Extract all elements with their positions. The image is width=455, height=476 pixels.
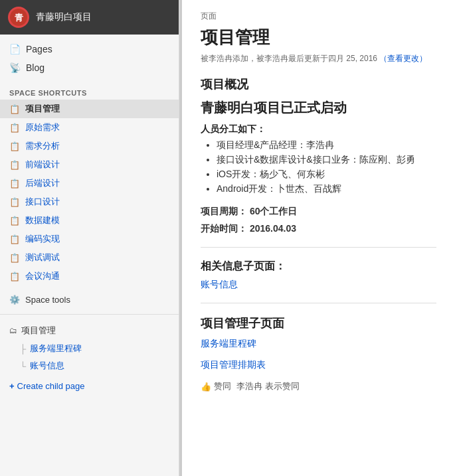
sidebar-item-blog[interactable]: 📡 Blog xyxy=(0,58,179,77)
subpage-link-0[interactable]: 服务端里程碑 xyxy=(201,338,436,350)
blog-icon: 📡 xyxy=(9,62,21,73)
subpage-section: 项目管理子页面 服务端里程碑 项目管理排期表 xyxy=(201,315,436,371)
tree-child-1[interactable]: └ 账号信息 xyxy=(0,357,179,374)
project-period: 项目周期： 60个工作日 xyxy=(201,206,436,218)
shortcut-item-6[interactable]: 📋 数据建模 xyxy=(0,211,179,230)
team-list: 项目经理&产品经理：李浩冉 接口设计&数据库设计&接口业务：陈应刚、彭勇 iOS… xyxy=(201,139,436,195)
like-button[interactable]: 👍 赞同 xyxy=(201,380,231,392)
doc-icon-0: 📋 xyxy=(9,104,20,114)
shortcut-label-9: 会议沟通 xyxy=(25,270,60,282)
shortcut-label-3: 前端设计 xyxy=(25,159,60,171)
main-content: 页面 项目管理 被李浩冉添加，被李浩冉最后更新于四月 25, 2016 （查看更… xyxy=(182,0,455,476)
sidebar-divider xyxy=(0,314,179,315)
shortcut-item-2[interactable]: 📋 需求分析 xyxy=(0,137,179,155)
start-time-label: 开始时间： xyxy=(201,223,247,234)
tree-child-label-0: 服务端里程碑 xyxy=(30,343,82,355)
content-divider-2 xyxy=(201,303,436,303)
shortcut-label-7: 编码实现 xyxy=(25,233,60,245)
like-user: 李浩冉 表示赞同 xyxy=(236,380,300,392)
create-child-page-button[interactable]: + Create child page xyxy=(0,377,179,395)
doc-icon-8: 📋 xyxy=(9,253,20,263)
like-bar: 👍 赞同 李浩冉 表示赞同 xyxy=(201,380,436,392)
doc-icon-2: 📋 xyxy=(9,141,20,151)
content-divider-1 xyxy=(201,247,436,248)
team-member-2: iOS开发：杨少飞、何东彬 xyxy=(217,169,436,181)
overview-heading: 项目概况 xyxy=(201,76,436,92)
view-changes-link[interactable]: （查看更改） xyxy=(379,54,427,63)
shortcuts-section-label: SPACE SHORTCUTS xyxy=(0,82,179,100)
doc-icon-3: 📋 xyxy=(9,160,20,170)
shortcut-label-1: 原始需求 xyxy=(25,121,60,133)
shortcut-label-0: 项目管理 xyxy=(25,103,60,115)
pages-label: Pages xyxy=(26,44,52,54)
team-member-0: 项目经理&产品经理：李浩冉 xyxy=(217,139,436,151)
doc-icon-7: 📋 xyxy=(9,234,20,244)
space-logo: 青 xyxy=(8,7,29,28)
space-name: 青藤明白项目 xyxy=(36,11,92,23)
tree-root-label: 项目管理 xyxy=(21,325,56,337)
related-link[interactable]: 账号信息 xyxy=(201,279,238,289)
tree-line-0: ├ xyxy=(20,344,26,354)
project-started-heading: 青藤明白项目已正式启动 xyxy=(201,99,436,117)
space-tools-item[interactable]: ⚙️ Space tools xyxy=(0,289,179,310)
subpage-link-1[interactable]: 项目管理排期表 xyxy=(201,359,436,371)
plus-icon: + xyxy=(9,381,15,391)
tree-root-icon: 🗂 xyxy=(9,326,17,335)
team-member-1: 接口设计&数据库设计&接口业务：陈应刚、彭勇 xyxy=(217,154,436,166)
related-info-title: 相关信息子页面： xyxy=(201,260,436,274)
project-period-value: 60个工作日 xyxy=(250,206,298,216)
shortcut-item-9[interactable]: 📋 会议沟通 xyxy=(0,267,179,285)
doc-icon-1: 📋 xyxy=(9,123,20,133)
svg-text:青: 青 xyxy=(15,13,24,23)
like-label: 赞同 xyxy=(214,380,231,392)
tree-line-1: └ xyxy=(20,361,26,371)
resize-handle[interactable] xyxy=(179,0,182,476)
tree-child-0[interactable]: ├ 服务端里程碑 xyxy=(0,340,179,357)
tree-root-item[interactable]: 🗂 项目管理 xyxy=(0,321,179,340)
shortcut-item-7[interactable]: 📋 编码实现 xyxy=(0,230,179,248)
create-child-label: Create child page xyxy=(17,381,85,391)
doc-icon-5: 📋 xyxy=(9,197,20,207)
team-member-3: Android开发：卜世杰、百战辉 xyxy=(217,183,436,195)
doc-icon-4: 📋 xyxy=(9,179,20,189)
gear-icon: ⚙️ xyxy=(9,295,20,305)
breadcrumb: 页面 xyxy=(201,11,436,22)
blog-label: Blog xyxy=(26,62,45,73)
sidebar: 青 青藤明白项目 📄 Pages 📡 Blog SPACE SHORTCUTS … xyxy=(0,0,179,476)
shortcut-label-2: 需求分析 xyxy=(25,140,60,152)
shortcut-item-8[interactable]: 📋 测试调试 xyxy=(0,248,179,267)
shortcut-label-5: 接口设计 xyxy=(25,196,60,208)
doc-icon-6: 📋 xyxy=(9,216,20,226)
space-tools-label: Space tools xyxy=(25,295,70,305)
page-title: 项目管理 xyxy=(201,26,436,49)
start-time-value: 2016.04.03 xyxy=(250,223,296,234)
shortcut-item-5[interactable]: 📋 接口设计 xyxy=(0,193,179,211)
page-tree: 🗂 项目管理 ├ 服务端里程碑 └ 账号信息 xyxy=(0,319,179,377)
thumbs-up-icon: 👍 xyxy=(201,382,211,392)
shortcut-label-4: 后端设计 xyxy=(25,177,60,189)
project-period-label: 项目周期： xyxy=(201,206,247,216)
role-heading: 人员分工如下： xyxy=(201,123,436,135)
subpage-section-title: 项目管理子页面 xyxy=(201,315,436,331)
tree-child-label-1: 账号信息 xyxy=(30,360,64,372)
shortcut-item-0[interactable]: 📋 项目管理 xyxy=(0,100,179,118)
sidebar-nav-section: 📄 Pages 📡 Blog xyxy=(0,35,179,82)
shortcut-label-6: 数据建模 xyxy=(25,214,60,226)
doc-icon-9: 📋 xyxy=(9,272,20,281)
sidebar-item-pages[interactable]: 📄 Pages xyxy=(0,40,179,58)
shortcut-label-8: 测试调试 xyxy=(25,252,60,264)
shortcut-item-4[interactable]: 📋 后端设计 xyxy=(0,174,179,193)
page-meta-text: 被李浩冉添加，被李浩冉最后更新于四月 25, 2016 xyxy=(201,54,377,63)
shortcut-item-1[interactable]: 📋 原始需求 xyxy=(0,118,179,137)
page-meta: 被李浩冉添加，被李浩冉最后更新于四月 25, 2016 （查看更改） xyxy=(201,53,436,64)
shortcut-item-3[interactable]: 📋 前端设计 xyxy=(0,155,179,174)
start-time: 开始时间： 2016.04.03 xyxy=(201,223,436,235)
shortcuts-list: 📋 项目管理 📋 原始需求 📋 需求分析 📋 前端设计 📋 后端设计 📋 接口设… xyxy=(0,100,179,285)
pages-icon: 📄 xyxy=(9,44,21,54)
sidebar-header: 青 青藤明白项目 xyxy=(0,0,179,35)
